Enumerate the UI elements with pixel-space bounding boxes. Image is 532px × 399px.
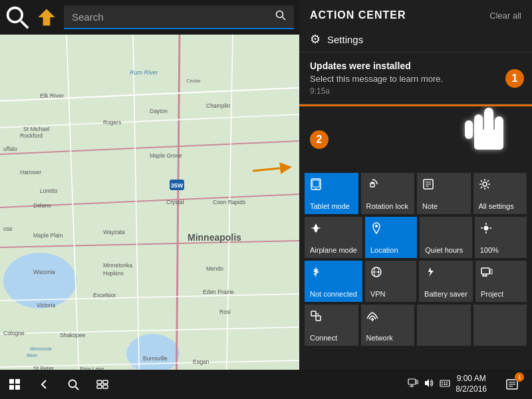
brightness-icon [480,222,492,237]
notification-time: 9:15a [310,86,521,96]
svg-line-100 [76,387,79,390]
screen-icon[interactable] [408,378,418,391]
tile-brightness-label: 100% [480,246,499,254]
tile-all-settings[interactable]: All settings [473,173,527,214]
start-button[interactable] [0,370,29,399]
svg-rect-104 [103,385,108,388]
svg-point-99 [69,380,76,388]
svg-text:Cologne: Cologne [3,330,25,336]
clock-date: 8/2/2016 [456,384,487,395]
svg-line-1 [21,21,28,28]
tile-network[interactable]: Network [361,305,415,346]
tile-airplane-mode-label: Airplane mode [310,246,357,254]
tile-rotation-lock[interactable]: Rotation lock [361,173,415,214]
tile-battery-saver[interactable]: Battery saver [419,261,473,302]
svg-text:Rosi: Rosi [219,309,231,315]
tile-row-2: Airplane mode Location Quiet hours [305,217,527,258]
svg-point-76 [483,226,488,231]
map-topbar: Search [0,0,299,35]
volume-icon[interactable] [424,378,434,391]
tile-row-3: Not connected VPN Batter [305,261,527,302]
svg-text:Hopkins: Hopkins [103,270,124,277]
svg-rect-68 [370,183,374,187]
hand-cursor-icon [459,106,519,173]
action-center-badge: 1 [515,372,524,382]
svg-rect-105 [408,379,416,384]
svg-text:Dayton: Dayton [150,108,168,114]
tile-vpn[interactable]: VPN [365,261,416,302]
notification-item[interactable]: Updates were installed Select this messa… [299,53,532,104]
settings-icon: ⚙ [310,32,321,47]
search-box[interactable]: Search [64,5,294,29]
vpn-icon [370,266,382,281]
svg-point-75 [375,225,378,227]
settings-row[interactable]: ⚙ Settings [299,27,532,53]
svg-text:Minnetonka: Minnetonka [103,262,132,269]
bluetooth-icon [310,266,322,281]
tile-connect-label: Connect [310,334,337,342]
svg-text:Maple Plain: Maple Plain [33,232,63,239]
location-icon [370,222,382,237]
task-view-button[interactable] [88,370,117,399]
svg-point-74 [483,182,487,186]
network-icon [366,310,378,325]
tile-connect[interactable]: Connect [305,305,358,346]
svg-rect-63 [465,120,473,139]
svg-point-94 [371,319,372,321]
tile-tablet-mode[interactable]: Tablet mode [305,173,358,214]
svg-line-3 [283,17,286,21]
clear-all-button[interactable]: Clear all [489,11,521,21]
svg-text:Victoria: Victoria [37,302,55,309]
svg-text:Waconia: Waconia [33,269,55,275]
svg-text:Coon Rapids: Coon Rapids [213,199,245,205]
systray: 9:00 AM 8/2/2016 1 [408,370,532,399]
search-input-text: Search [72,11,275,23]
settings-label: Settings [327,34,363,45]
tile-project-label: Project [481,290,503,298]
hand-area: 2 [299,106,532,173]
search-button[interactable] [59,370,88,399]
directions-icon[interactable] [35,5,59,29]
tile-row-1: Tablet mode Rotation lock [305,173,527,214]
back-button[interactable] [29,370,59,399]
svg-text:Minnesota: Minnesota [30,346,51,351]
svg-text:ose: ose [3,225,13,232]
tile-network-label: Network [366,334,393,342]
map-panel: Search [0,0,299,399]
tile-airplane-mode[interactable]: Airplane mode [305,217,362,258]
tile-battery-saver-label: Battery saver [424,290,467,298]
svg-marker-109 [425,379,429,387]
tile-project[interactable]: Project [475,261,527,302]
svg-rect-103 [97,385,102,388]
action-center-panel: ACTION CENTER Clear all ⚙ Settings Updat… [299,0,532,399]
svg-rect-90 [311,311,316,316]
taskbar: 9:00 AM 8/2/2016 1 [0,370,532,399]
tile-quiet-hours[interactable]: Quiet hours [420,217,471,258]
project-icon [481,266,493,281]
notification-body: Select this message to learn more. [310,74,521,84]
svg-rect-97 [9,385,14,390]
svg-rect-95 [9,379,14,384]
tile-bluetooth[interactable]: Not connected [305,261,362,302]
tile-location[interactable]: Location [365,217,417,258]
keyboard-icon[interactable] [440,378,450,391]
svg-text:Loretto: Loretto [40,188,58,194]
svg-rect-101 [97,380,102,384]
svg-text:35W: 35W [171,182,184,189]
tile-note[interactable]: Note [417,173,471,214]
action-center-title: ACTION CENTER [310,9,406,21]
svg-rect-98 [15,385,20,390]
tile-vpn-label: VPN [370,290,386,298]
notification-badge: 1 [505,69,524,88]
svg-rect-85 [481,268,489,274]
svg-rect-115 [444,384,446,385]
svg-rect-116 [446,384,448,385]
svg-text:River: River [27,353,38,358]
badge-2: 2 [310,130,329,149]
notification-title: Updates were installed [310,61,521,71]
tile-brightness[interactable]: 100% [475,217,527,258]
svg-text:Burnsville: Burnsville [143,355,168,362]
search-icon[interactable] [5,5,29,29]
system-clock[interactable]: 9:00 AM 8/2/2016 [456,374,492,394]
action-center-button[interactable]: 1 [497,370,527,399]
